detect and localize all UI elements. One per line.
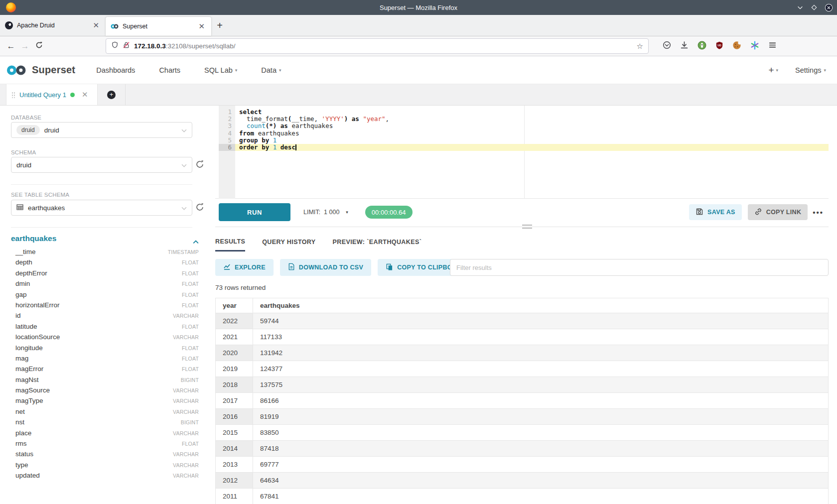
column-type: FLOAT [182, 292, 199, 298]
cookie-icon[interactable] [732, 41, 741, 52]
database-type-pill: druid [16, 125, 40, 135]
url-bar[interactable]: 172.18.0.3:32108/superset/sqllab/ ☆ [106, 38, 649, 54]
browser-titlebar: Superset — Mozilla Firefox [0, 0, 837, 15]
save-as-button[interactable]: SAVE AS [689, 204, 742, 220]
refresh-table-icon[interactable] [195, 203, 205, 213]
column-name: latitude [11, 323, 37, 330]
column-name: magError [11, 365, 43, 373]
column-name: nst [11, 418, 24, 426]
query-tab-title: Untitled Query 1 [19, 91, 66, 99]
filter-results-input[interactable] [450, 259, 829, 276]
database-label: DATABASE [11, 115, 41, 121]
table-row: 202259744 [216, 313, 829, 329]
new-tab-button[interactable]: + [211, 15, 228, 36]
column-header-year[interactable]: year [216, 298, 253, 313]
browser-tab-apache-druid[interactable]: Apache Druid ✕ [0, 15, 106, 36]
insecure-padlock-icon[interactable] [123, 41, 130, 51]
chevron-down-icon: ▾ [346, 210, 348, 215]
column-row: nstBIGINT [11, 418, 199, 429]
extension-asterisk-icon[interactable] [750, 41, 759, 52]
browser-tab-superset[interactable]: Superset ✕ [106, 17, 211, 36]
column-name: type [11, 461, 28, 469]
drag-handle-icon[interactable] [11, 92, 15, 98]
table-row: 2019124377 [216, 361, 829, 377]
table-name-heading: earthquakes [11, 234, 56, 243]
nav-item-dashboards[interactable]: Dashboards [96, 66, 135, 74]
tab-close-icon[interactable]: ✕ [197, 22, 206, 31]
code-line[interactable]: count(*) as earthquakes [235, 123, 829, 129]
tab-query-history[interactable]: QUERY HISTORY [262, 233, 315, 252]
add-query-tab[interactable]: + [98, 84, 126, 105]
browser-tab-label: Superset [123, 23, 193, 30]
browser-tab-label: Apache Druid [17, 22, 87, 29]
column-name: id [11, 312, 21, 319]
gutter-line-number: 4 [219, 130, 235, 137]
gutter-line-number: 3 [219, 123, 235, 129]
screen: Superset — Mozilla Firefox Apache Druid … [0, 0, 837, 504]
column-type: FLOAT [182, 345, 199, 351]
refresh-schema-icon[interactable] [195, 160, 205, 170]
column-name: longitude [11, 344, 43, 352]
pocket-icon[interactable] [663, 41, 671, 51]
nav-item-sql-lab[interactable]: SQL Lab▾ [204, 66, 237, 74]
query-tabstrip: Untitled Query 1 ✕ + [0, 84, 837, 106]
resize-handle-icon[interactable] [522, 225, 532, 229]
shield-icon[interactable] [111, 41, 119, 51]
sqllab-main-pane: 123456 select time_format(__time, 'YYYY'… [215, 106, 829, 504]
nav-item-charts[interactable]: Charts [159, 66, 180, 74]
collapse-chevron-icon[interactable] [193, 237, 199, 246]
column-type: FLOAT [182, 356, 199, 362]
link-icon [754, 208, 762, 217]
ublock-origin-icon[interactable]: UO [715, 41, 723, 52]
forward-icon[interactable]: → [18, 41, 32, 51]
hamburger-menu-icon[interactable] [768, 41, 777, 51]
schema-label: SCHEMA [11, 149, 36, 155]
code-line[interactable]: group by 1 [235, 137, 829, 144]
run-button[interactable]: RUN [219, 203, 290, 221]
limit-dropdown[interactable]: LIMIT: 1 000 ▾ [303, 209, 348, 216]
code-line[interactable]: from earthquakes [235, 130, 829, 137]
tab-results[interactable]: RESULTS [215, 233, 245, 252]
tab-close-icon[interactable]: ✕ [91, 21, 101, 30]
more-options-button[interactable]: ••• [813, 208, 824, 217]
settings-menu[interactable]: Settings▾ [795, 66, 826, 74]
downloads-icon[interactable] [680, 41, 689, 51]
reload-icon[interactable] [32, 41, 46, 51]
explore-button[interactable]: EXPLORE [215, 259, 274, 276]
sqllab-sidebar: DATABASE druid druid SCHEMA druid SEE TA… [0, 106, 215, 504]
download-csv-button[interactable]: DOWNLOAD TO CSV [280, 259, 371, 276]
column-name: mag [11, 355, 28, 362]
code-line[interactable]: order by 1 desc [235, 144, 829, 151]
code-line[interactable]: time_format(__time, 'YYYY') as "year", [235, 116, 829, 123]
window-close-icon[interactable] [825, 3, 833, 12]
query-tab-close-icon[interactable]: ✕ [82, 90, 88, 99]
schema-select[interactable]: druid [11, 157, 192, 173]
sql-editor[interactable]: 123456 select time_format(__time, 'YYYY'… [215, 106, 829, 199]
nav-item-data[interactable]: Data▾ [261, 66, 281, 74]
back-icon[interactable]: ← [4, 41, 18, 51]
chevron-down-icon [181, 126, 187, 134]
column-type: FLOAT [182, 281, 199, 287]
bookmark-star-icon[interactable]: ☆ [637, 42, 643, 51]
cell-earthquakes: 81919 [253, 409, 829, 425]
code-line[interactable]: select [235, 109, 829, 116]
window-maximize-icon[interactable] [811, 4, 818, 11]
column-type: VARCHAR [173, 334, 199, 340]
query-tab-untitled-query-1[interactable]: Untitled Query 1 ✕ [6, 84, 98, 105]
new-dropdown-button[interactable]: +▾ [768, 65, 778, 76]
table-select[interactable]: earthquakes [11, 200, 192, 216]
privacy-badger-icon[interactable] [698, 41, 706, 52]
table-row: 201681919 [216, 409, 829, 425]
editor-code[interactable]: select time_format(__time, 'YYYY') as "y… [235, 106, 829, 151]
window-title: Superset — Mozilla Firefox [0, 4, 837, 11]
superset-logo[interactable]: Superset [6, 64, 75, 77]
window-minimize-icon[interactable] [797, 4, 804, 11]
copy-link-button[interactable]: COPY LINK [748, 204, 808, 220]
column-type: FLOAT [182, 270, 199, 276]
column-row: rmsFLOAT [11, 440, 199, 450]
cell-earthquakes: 83850 [253, 425, 829, 441]
database-select[interactable]: druid druid [11, 122, 192, 138]
column-header-earthquakes[interactable]: earthquakes [253, 298, 829, 313]
cell-year: 2011 [216, 489, 253, 504]
tab-preview-earthquakes[interactable]: PREVIEW: `EARTHQUAKES` [333, 233, 422, 252]
